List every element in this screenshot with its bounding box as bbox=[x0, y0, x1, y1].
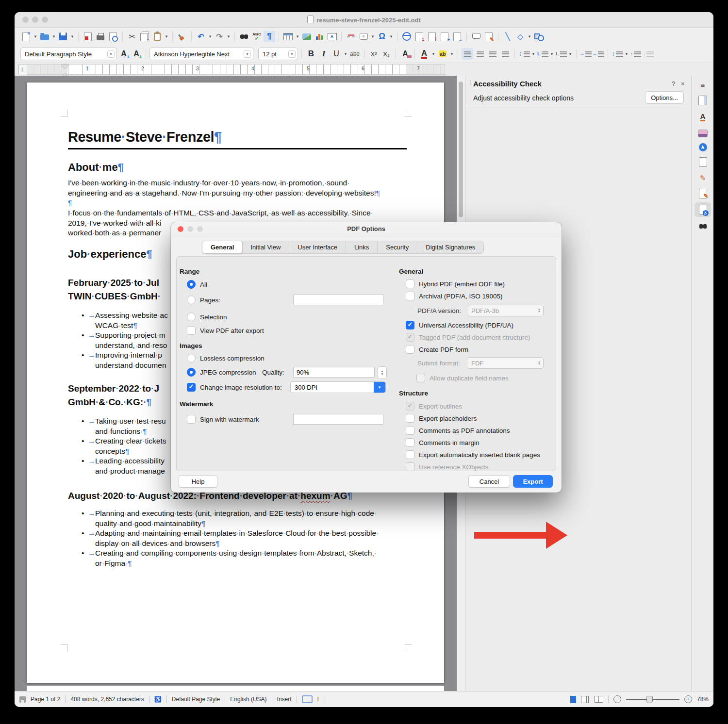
comments-in-margin-checkbox[interactable]: Comments in margin bbox=[406, 437, 480, 448]
range-selection-radio[interactable]: Selection bbox=[187, 312, 227, 322]
tab-digital-signatures[interactable]: Digital Signatures bbox=[417, 241, 483, 253]
insert-endnote-button[interactable]: i bbox=[426, 31, 438, 42]
subscript-button[interactable]: X₂ bbox=[381, 48, 392, 60]
zoom-in-button[interactable]: + bbox=[684, 695, 692, 703]
gallery-deck-icon[interactable] bbox=[695, 126, 711, 141]
clear-formatting-button[interactable]: A bbox=[399, 48, 411, 60]
increase-paragraph-spacing-button[interactable]: ↑ bbox=[630, 48, 642, 60]
scrollbar-thumb[interactable] bbox=[459, 82, 463, 217]
save-button[interactable] bbox=[57, 31, 69, 42]
font-name-select[interactable]: Atkinson Hyperlegible Next▾ bbox=[149, 48, 253, 60]
undo-dropdown[interactable]: ▾ bbox=[208, 34, 213, 39]
insert-image-button[interactable] bbox=[301, 31, 313, 42]
export-placeholders-checkbox[interactable]: Export placeholders bbox=[406, 413, 477, 424]
insert-cross-reference-button[interactable]: → bbox=[451, 31, 463, 42]
special-character-dropdown[interactable]: ▾ bbox=[389, 34, 394, 39]
text-language[interactable]: English (USA) bbox=[230, 696, 266, 703]
book-view-button[interactable] bbox=[595, 696, 603, 703]
redo-button[interactable]: ↷ bbox=[214, 31, 225, 42]
highlight-color-button[interactable]: ab bbox=[437, 48, 448, 60]
page-break-button[interactable] bbox=[345, 31, 357, 42]
selection-mode-icon[interactable] bbox=[302, 695, 313, 703]
range-all-radio[interactable]: All bbox=[187, 279, 207, 290]
find-deck-icon[interactable] bbox=[695, 219, 711, 233]
align-right-button[interactable] bbox=[487, 48, 498, 60]
word-count[interactable]: 408 words, 2,652 characters bbox=[70, 696, 144, 703]
basic-shapes-dropdown[interactable]: ▾ bbox=[527, 34, 532, 39]
update-style-button[interactable]: A+ bbox=[118, 48, 130, 60]
font-size-select[interactable]: 12 pt▾ bbox=[258, 48, 298, 60]
formatting-marks-button[interactable]: ¶ bbox=[264, 31, 275, 42]
insert-comment-button[interactable] bbox=[470, 31, 482, 42]
save-status-icon[interactable] bbox=[19, 696, 26, 703]
radio-off-icon[interactable] bbox=[187, 313, 196, 321]
paste-dropdown[interactable]: ▾ bbox=[164, 34, 169, 39]
paste-button[interactable] bbox=[151, 31, 163, 42]
cut-button[interactable]: ✂ bbox=[126, 31, 138, 42]
radio-off-icon[interactable] bbox=[187, 354, 196, 362]
help-button[interactable]: Help bbox=[179, 475, 217, 488]
print-button[interactable] bbox=[95, 31, 106, 42]
line-spacing-dropdown[interactable]: ▾ bbox=[624, 51, 629, 56]
radio-on-icon[interactable] bbox=[187, 368, 196, 377]
spellcheck-button[interactable]: ABC✓ bbox=[251, 31, 263, 42]
chevron-down-icon[interactable]: ▾ bbox=[374, 382, 385, 393]
outline-list-dropdown[interactable]: ▾ bbox=[568, 51, 573, 56]
numbered-list-button[interactable]: 1. bbox=[537, 48, 548, 60]
checkbox-off-icon[interactable] bbox=[187, 415, 196, 424]
accessibility-check-deck-icon[interactable]: ♿ bbox=[695, 202, 711, 217]
print-preview-button[interactable] bbox=[107, 31, 119, 42]
track-changes-button[interactable]: ✎ bbox=[483, 31, 495, 42]
checkbox-off-icon[interactable] bbox=[406, 414, 414, 423]
styles-deck-icon[interactable]: A bbox=[695, 110, 711, 124]
view-pdf-after-export-checkbox[interactable]: View PDF after export bbox=[187, 325, 264, 336]
tab-links[interactable]: Links bbox=[346, 241, 378, 253]
checkbox-on-icon[interactable] bbox=[406, 321, 414, 329]
justify-button[interactable] bbox=[499, 48, 511, 60]
checkbox-off-icon[interactable] bbox=[406, 438, 414, 447]
quality-stepper[interactable]: ▲▼ bbox=[378, 366, 387, 379]
cancel-button[interactable]: Cancel bbox=[468, 475, 510, 488]
radio-off-icon[interactable] bbox=[187, 296, 196, 304]
zoom-out-button[interactable]: − bbox=[613, 695, 621, 703]
watermark-input[interactable] bbox=[293, 414, 383, 425]
highlight-color-dropdown[interactable]: ▾ bbox=[449, 51, 454, 56]
insert-footnote-button[interactable]: 1 bbox=[414, 31, 425, 42]
accessibility-status-icon[interactable]: ♿ bbox=[154, 696, 162, 703]
special-character-button[interactable]: Ω bbox=[376, 31, 388, 42]
export-blank-pages-checkbox[interactable]: Export automatically inserted blank page… bbox=[406, 449, 540, 460]
comments-as-annotations-checkbox[interactable]: Comments as PDF annotations bbox=[406, 425, 510, 436]
tab-initial-view[interactable]: Initial View bbox=[242, 241, 289, 253]
strikethrough-button[interactable]: abe bbox=[349, 48, 361, 60]
font-color-dropdown[interactable]: ▾ bbox=[431, 51, 436, 56]
copy-button[interactable] bbox=[139, 31, 150, 42]
bullet-list-button[interactable]: ⋮ bbox=[518, 48, 530, 60]
single-page-view-button[interactable] bbox=[570, 696, 576, 703]
insert-mode[interactable]: Insert bbox=[277, 696, 292, 703]
italic-button[interactable]: I bbox=[318, 48, 330, 60]
panel-drag-handle[interactable]: ⋮ bbox=[468, 80, 473, 86]
decrease-indent-button[interactable]: ← bbox=[593, 48, 604, 60]
font-color-button[interactable]: A bbox=[418, 48, 430, 60]
archival-checkbox[interactable]: Archival (PDF/A, ISO 19005) bbox=[406, 291, 503, 301]
sign-with-watermark-checkbox[interactable]: Sign with watermark bbox=[187, 414, 259, 425]
radio-on-icon[interactable] bbox=[187, 280, 196, 289]
checkbox-off-icon[interactable] bbox=[406, 292, 414, 300]
insert-textbox-button[interactable]: A bbox=[326, 31, 338, 42]
insert-table-dropdown[interactable]: ▾ bbox=[295, 34, 300, 39]
insert-field-button[interactable]: ≡ bbox=[358, 31, 369, 42]
dpi-select[interactable]: 300 DPI▾ bbox=[290, 381, 386, 393]
numbered-list-dropdown[interactable]: ▾ bbox=[549, 51, 554, 56]
bullet-list-dropdown[interactable]: ▾ bbox=[531, 51, 536, 56]
horizontal-ruler[interactable]: 1 2 3 4 5 6 7 bbox=[27, 64, 445, 75]
universal-accessibility-checkbox[interactable]: Universal Accessibility (PDF/UA) bbox=[406, 320, 513, 330]
increase-indent-button[interactable]: → bbox=[580, 48, 592, 60]
basic-shapes-button[interactable]: ◇ bbox=[514, 31, 526, 42]
quality-input[interactable] bbox=[293, 367, 375, 378]
panel-help-icon[interactable]: ? bbox=[672, 80, 675, 87]
page-deck-icon[interactable] bbox=[695, 155, 711, 169]
pages-input[interactable] bbox=[293, 295, 383, 305]
insert-line-button[interactable]: ╲ bbox=[502, 31, 513, 42]
export-button[interactable]: Export bbox=[513, 475, 553, 488]
paragraph-style-select[interactable]: Default Paragraph Style▾ bbox=[20, 48, 117, 60]
